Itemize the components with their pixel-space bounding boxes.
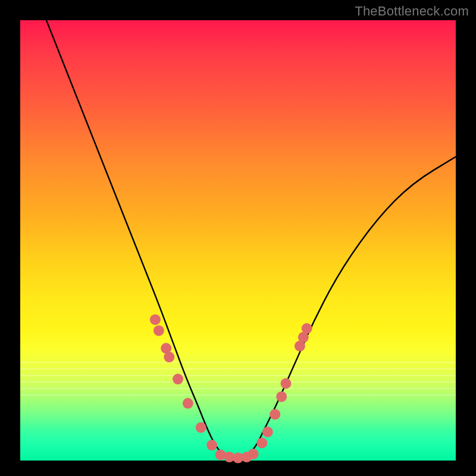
curve-marker-dot <box>256 437 267 448</box>
curve-marker-dot <box>164 352 174 362</box>
curve-marker-dot <box>281 378 292 389</box>
watermark-text: TheBottleneck.com <box>355 4 469 19</box>
curve-marker-dot <box>270 409 280 419</box>
curve-marker-dot <box>248 449 259 459</box>
curve-marker-dot <box>150 314 161 325</box>
outer-frame: TheBottleneck.com <box>0 0 476 476</box>
curve-marker-dot <box>276 392 287 402</box>
chart-svg <box>20 20 456 461</box>
curve-marker-dot <box>183 398 193 409</box>
curve-marker-dot <box>206 440 217 450</box>
curve-marker-dot <box>173 374 183 384</box>
curve-marker-dot <box>196 422 206 433</box>
curve-markers <box>150 314 312 463</box>
curve-marker-dot <box>262 427 273 437</box>
curve-marker-dot <box>154 325 164 336</box>
plot-area <box>20 20 456 461</box>
curve-marker-dot <box>302 323 312 334</box>
bottleneck-curve <box>46 20 456 458</box>
